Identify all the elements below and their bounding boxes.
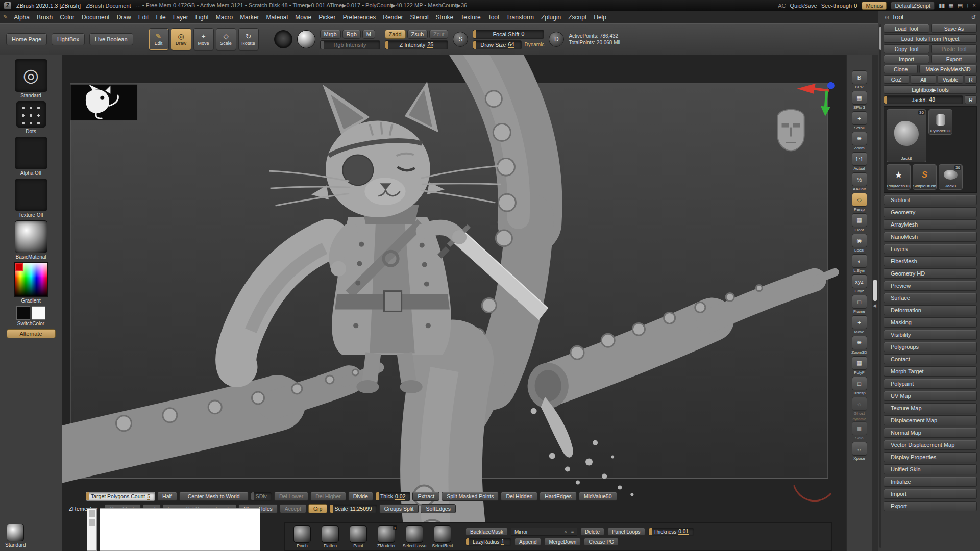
zsub-button[interactable]: Zsub bbox=[407, 30, 428, 39]
bottom-control[interactable]: MidValue50 bbox=[579, 492, 617, 501]
switch-color-item[interactable]: SwitchColor bbox=[16, 306, 45, 327]
quicksave-button[interactable]: QuickSave bbox=[790, 3, 817, 9]
import-button[interactable]: Import bbox=[884, 55, 929, 63]
rgb-intensity-slider[interactable]: Rgb Intensity bbox=[320, 40, 380, 49]
bottom-control[interactable]: Accept bbox=[280, 504, 306, 513]
current-stroke-item[interactable]: Dots bbox=[16, 101, 46, 134]
menu-item[interactable]: Render bbox=[379, 13, 406, 22]
bottom-control[interactable]: Scale11.25099 bbox=[329, 504, 377, 513]
download-icon[interactable]: ↓ bbox=[966, 2, 969, 9]
focal-shift-slider[interactable]: Focal Shift0 bbox=[473, 30, 544, 39]
brush-thumb[interactable]: SelectLasso bbox=[402, 525, 427, 548]
strip-button[interactable]: dynamic ◼ Solo bbox=[848, 417, 871, 440]
bottom-control[interactable]: Del Lower bbox=[274, 492, 308, 501]
append-button[interactable]: Append bbox=[514, 538, 541, 546]
rotate-mode-button[interactable]: ↻ Rotate bbox=[238, 28, 259, 51]
menu-item[interactable]: Zscript bbox=[565, 13, 590, 22]
layout-icon[interactable]: ▤ bbox=[958, 2, 963, 9]
menu-item[interactable]: Edit bbox=[135, 13, 153, 22]
menu-item[interactable]: Tool bbox=[484, 13, 503, 22]
bottom-control[interactable]: Groups Split bbox=[379, 504, 419, 513]
camview-head-icon[interactable] bbox=[777, 110, 804, 151]
menu-item[interactable]: Preferences bbox=[339, 13, 380, 22]
zadd-button[interactable]: Zadd bbox=[385, 30, 406, 39]
depth-curve-icon[interactable]: D bbox=[549, 32, 564, 47]
tool-thumb[interactable]: SimpleBrush bbox=[913, 164, 937, 190]
menu-item[interactable]: Color bbox=[56, 13, 78, 22]
menu-item[interactable]: Picker bbox=[315, 13, 339, 22]
strip-button[interactable]: ▦ PolyF bbox=[848, 356, 871, 375]
bottom-control[interactable]: HardEdges bbox=[540, 492, 577, 501]
edit-mode-button[interactable]: ✎ Edit bbox=[149, 28, 169, 51]
menu-item[interactable]: Texture bbox=[457, 13, 484, 22]
tool-section[interactable]: Export bbox=[884, 501, 977, 511]
tool-section[interactable]: Displacement Map bbox=[884, 415, 977, 425]
strip-button[interactable]: ↔ Xpose bbox=[848, 442, 871, 461]
bottom-control[interactable]: Thick0.02 bbox=[375, 492, 411, 501]
current-texture-item[interactable]: Texture Off bbox=[15, 179, 47, 218]
export-button[interactable]: Export bbox=[931, 55, 977, 63]
mirror-menu-icon[interactable]: ≡ bbox=[571, 529, 574, 534]
tool-section[interactable]: FiberMesh bbox=[884, 256, 977, 266]
tool-thumb[interactable]: PolyMesh3D bbox=[887, 164, 911, 190]
save-as-button[interactable]: Save As bbox=[931, 24, 977, 33]
document-canvas[interactable]: Target Polygons Count5 Half Center Mesh … bbox=[62, 55, 846, 551]
pause-icon[interactable]: ▮▮ bbox=[939, 2, 945, 9]
bottom-control[interactable]: Center Mesh to World bbox=[179, 492, 249, 501]
see-through-slider[interactable]: See-through 0 bbox=[821, 3, 858, 9]
paste-tool-button[interactable]: Paste Tool bbox=[931, 44, 977, 53]
delete-button[interactable]: Delete bbox=[580, 528, 604, 536]
crease-pg-button[interactable]: Crease PG bbox=[584, 538, 618, 546]
artwork-preview[interactable] bbox=[100, 508, 260, 551]
draw-mode-button[interactable]: ◎ Draw bbox=[171, 28, 191, 51]
zcut-button[interactable]: Zcut bbox=[429, 30, 448, 39]
menu-item[interactable]: Draw bbox=[113, 13, 135, 22]
slider-r-button[interactable]: R bbox=[965, 95, 977, 104]
bottom-control[interactable]: Extract bbox=[412, 492, 439, 501]
bottom-control[interactable]: Del Hidden bbox=[501, 492, 537, 501]
goz-r-button[interactable]: R bbox=[965, 75, 977, 84]
bottom-control[interactable]: SDiv bbox=[251, 492, 272, 501]
tool-thumb[interactable]: 36 Jack8 bbox=[939, 164, 963, 190]
tool-section[interactable]: Texture Map bbox=[884, 403, 977, 413]
tool-section[interactable]: Initialize bbox=[884, 477, 977, 487]
lightbox-button[interactable]: LightBox bbox=[52, 33, 85, 45]
panel-scrollbar[interactable] bbox=[879, 24, 881, 548]
main-color-swatch[interactable] bbox=[16, 306, 30, 320]
tool-section[interactable]: ArrayMesh bbox=[884, 219, 977, 230]
copy-tool-button[interactable]: Copy Tool bbox=[884, 44, 929, 53]
strip-button[interactable]: ⊕ Zoom3D bbox=[848, 336, 871, 355]
clone-button[interactable]: Clone bbox=[884, 65, 918, 73]
divider-scroll-handle[interactable] bbox=[873, 280, 877, 301]
move-mode-button[interactable]: + Move bbox=[193, 28, 214, 51]
load-tool-button[interactable]: Load Tool bbox=[884, 24, 929, 33]
tool-section[interactable]: Vector Displacement Map bbox=[884, 440, 977, 450]
menu-item[interactable]: Zplugin bbox=[537, 13, 565, 22]
goz-button[interactable]: GoZ bbox=[884, 75, 909, 84]
menu-item[interactable]: Movie bbox=[291, 13, 315, 22]
strip-button[interactable]: xyz Gxyz bbox=[848, 274, 871, 293]
strip-button[interactable]: + Move bbox=[848, 315, 871, 334]
tool-section[interactable]: Preview bbox=[884, 281, 977, 291]
menu-item[interactable]: Material bbox=[262, 13, 291, 22]
menu-item[interactable]: Alpha bbox=[10, 13, 33, 22]
scale-mode-button[interactable]: ◇ Scale bbox=[216, 28, 236, 51]
lightbox-tools-button[interactable]: Lightbox▶Tools bbox=[884, 85, 977, 94]
close-icon[interactable]: × bbox=[973, 2, 976, 9]
strip-button[interactable]: ▦ SPix 3 bbox=[848, 91, 871, 110]
current-alpha-item[interactable]: Alpha Off bbox=[15, 137, 47, 176]
m-button[interactable]: M bbox=[362, 30, 375, 39]
goz-visible-button[interactable]: Visible bbox=[938, 75, 963, 84]
menu-item[interactable]: File bbox=[152, 13, 169, 22]
bottom-control[interactable]: Divide bbox=[348, 492, 373, 501]
tool-section[interactable]: Normal Map bbox=[884, 428, 977, 438]
tool-section[interactable]: NanoMesh bbox=[884, 232, 977, 242]
brush-thumb[interactable]: 1 ZModeler bbox=[374, 525, 399, 548]
tool-section[interactable]: Subtool bbox=[884, 195, 977, 205]
secondary-color-swatch[interactable] bbox=[32, 306, 45, 320]
bottom-control[interactable]: SoftEdges bbox=[421, 504, 455, 513]
mrgb-button[interactable]: Mrgb bbox=[320, 30, 341, 39]
rgb-button[interactable]: Rgb bbox=[342, 30, 361, 39]
brush-thumb[interactable]: SelectRect bbox=[430, 525, 455, 548]
strip-button[interactable]: ◐ L.Sym bbox=[848, 254, 871, 273]
